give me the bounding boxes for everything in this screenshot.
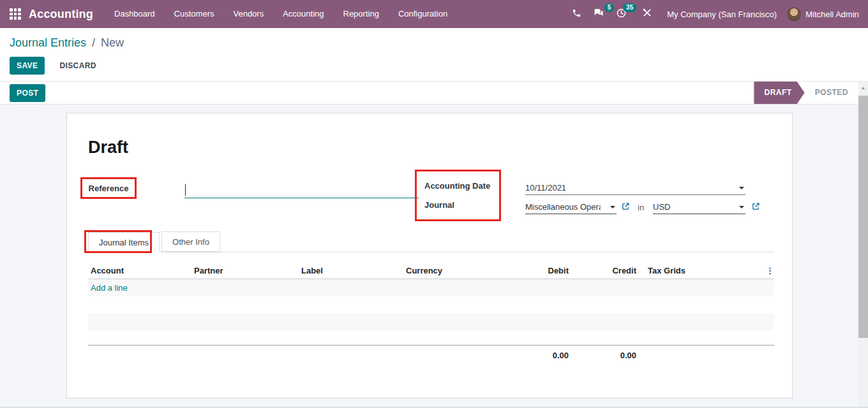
state-draft[interactable]: DRAFT	[754, 82, 804, 104]
phone-icon	[572, 8, 581, 20]
column-credit[interactable]: Credit	[569, 266, 636, 275]
post-button[interactable]: POST	[10, 84, 45, 102]
menu-customers[interactable]: Customers	[165, 0, 224, 28]
menu-configuration[interactable]: Configuration	[389, 0, 457, 28]
scrollbar-thumb[interactable]	[858, 96, 868, 338]
journal-items-table: Account Partner Label Currency Debit Cre…	[88, 262, 774, 365]
form-statusbar: POST DRAFT POSTED	[0, 82, 858, 105]
breadcrumb: Journal Entries / New	[0, 28, 868, 50]
tab-journal-items[interactable]: Journal Items	[88, 232, 160, 252]
vertical-scrollbar[interactable]: ▲	[858, 82, 868, 408]
total-debit: 0.00	[514, 351, 569, 360]
optional-columns-icon[interactable]: ⋮	[763, 266, 774, 275]
empty-row	[88, 314, 774, 331]
column-account[interactable]: Account	[88, 266, 194, 275]
column-tax-grids[interactable]: Tax Grids	[636, 266, 763, 275]
chevron-down-icon	[610, 206, 615, 208]
breadcrumb-separator: /	[92, 36, 95, 49]
empty-row	[88, 296, 774, 314]
journal-field[interactable]: Miscellaneous Operations	[525, 200, 617, 214]
currency-external-link-icon[interactable]	[751, 202, 760, 211]
journal-value: Miscellaneous Operations	[525, 202, 601, 212]
activities-badge: 35	[623, 3, 636, 12]
company-switcher[interactable]: My Company (San Francisco)	[667, 10, 777, 19]
highlight-box-date-journal: Accounting Date Journal	[415, 170, 501, 221]
tab-other-info[interactable]: Other Info	[161, 231, 220, 252]
user-avatar[interactable]	[787, 7, 801, 21]
record-state-title: Draft	[88, 138, 128, 157]
navbar-systray: 5 35 My Company (San Francisco) Mitchell…	[566, 4, 868, 25]
journal-label: Journal	[424, 200, 499, 210]
highlight-box-reference: Reference	[80, 177, 137, 199]
menu-dashboard[interactable]: Dashboard	[105, 0, 165, 28]
accounting-date-value: 10/11/2021	[525, 183, 566, 193]
scrollbar-up-arrow[interactable]: ▲	[858, 82, 868, 93]
user-menu[interactable]: Mitchell Admin	[805, 10, 859, 19]
tools-icon	[642, 8, 652, 20]
in-label: in	[638, 203, 644, 212]
journal-entry-form: Draft Reference Accounting Date Journal …	[66, 113, 793, 398]
journal-external-link-icon[interactable]	[621, 202, 630, 211]
currency-value: USD	[653, 202, 670, 212]
status-pipeline: DRAFT POSTED	[753, 82, 858, 104]
save-button[interactable]: SAVE	[10, 57, 45, 75]
discard-button[interactable]: DISCARD	[52, 57, 103, 75]
column-label[interactable]: Label	[301, 266, 406, 275]
activities-button[interactable]: 35	[610, 4, 632, 25]
tools-button[interactable]	[636, 4, 658, 24]
currency-field[interactable]: USD	[653, 200, 745, 214]
breadcrumb-current: New	[101, 36, 124, 49]
main-menu: Dashboard Customers Vendors Accounting R…	[105, 0, 457, 28]
reference-label: Reference	[89, 184, 129, 193]
reference-input[interactable]	[184, 182, 419, 198]
chevron-down-icon	[739, 187, 744, 189]
notebook-tabs: Journal Items Other Info	[88, 231, 774, 252]
text-cursor	[185, 184, 186, 196]
add-a-line-link[interactable]: Add a line	[91, 283, 128, 293]
messages-button[interactable]: 5	[587, 4, 610, 25]
add-line-row: Add a line	[88, 279, 774, 296]
apps-grid-icon[interactable]	[10, 8, 21, 20]
breadcrumb-journal-entries[interactable]: Journal Entries	[10, 36, 86, 49]
total-credit: 0.00	[569, 351, 636, 360]
menu-reporting[interactable]: Reporting	[334, 0, 389, 28]
chat-icon	[593, 8, 604, 21]
column-debit[interactable]: Debit	[514, 266, 569, 275]
phone-button[interactable]	[566, 4, 587, 24]
empty-row	[88, 331, 774, 345]
chevron-down-icon	[739, 206, 744, 208]
table-header-row: Account Partner Label Currency Debit Cre…	[88, 262, 774, 279]
state-posted[interactable]: POSTED	[805, 82, 858, 104]
top-navbar: Accounting Dashboard Customers Vendors A…	[0, 0, 868, 28]
menu-accounting[interactable]: Accounting	[273, 0, 333, 28]
accounting-date-label: Accounting Date	[424, 181, 499, 191]
action-buttons: SAVE DISCARD	[10, 57, 868, 75]
totals-row: 0.00 0.00	[88, 345, 774, 365]
control-panel: Journal Entries / New SAVE DISCARD	[0, 28, 868, 82]
column-currency[interactable]: Currency	[406, 266, 514, 275]
app-title[interactable]: Accounting	[29, 8, 93, 21]
column-partner[interactable]: Partner	[194, 266, 301, 275]
accounting-date-field[interactable]: 10/11/2021	[525, 181, 745, 195]
menu-vendors[interactable]: Vendors	[223, 0, 273, 28]
